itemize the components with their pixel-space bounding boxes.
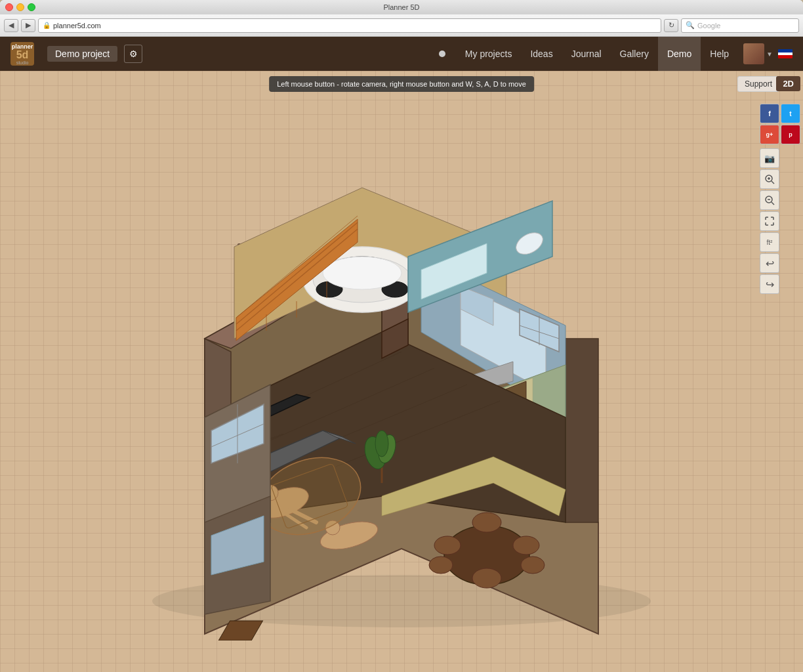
language-flag[interactable] bbox=[778, 49, 793, 58]
svg-point-42 bbox=[434, 536, 461, 555]
svg-point-44 bbox=[472, 513, 501, 532]
minimize-btn[interactable] bbox=[16, 3, 24, 11]
app-container: planner 5d studio Demo project ⚙ My proj… bbox=[0, 37, 803, 672]
browser-controls bbox=[5, 3, 35, 11]
svg-point-64 bbox=[375, 430, 388, 457]
svg-point-47 bbox=[521, 556, 545, 574]
logo-studio-text: studio bbox=[16, 60, 29, 65]
logo-area: planner 5d studio bbox=[10, 42, 34, 66]
logo-box: planner 5d studio bbox=[10, 42, 34, 66]
logo-5d-text: 5d bbox=[16, 50, 29, 60]
svg-point-45 bbox=[472, 568, 501, 588]
project-name[interactable]: Demo project bbox=[47, 46, 117, 62]
floorplan-container bbox=[33, 123, 770, 659]
close-btn[interactable] bbox=[5, 3, 13, 11]
svg-line-5 bbox=[772, 202, 774, 205]
nav-gallery[interactable]: Gallery bbox=[611, 37, 658, 71]
floorplan-svg bbox=[139, 142, 664, 640]
lock-icon: 🔒 bbox=[43, 22, 51, 29]
refresh-btn[interactable]: ↻ bbox=[664, 19, 678, 32]
maximize-btn[interactable] bbox=[28, 3, 35, 11]
nav-help[interactable]: Help bbox=[701, 37, 738, 71]
browser-frame: Planner 5D ◀ ▶ 🔒 planner5d.com ↻ 🔍 Googl… bbox=[0, 0, 803, 672]
nav-journal[interactable]: Journal bbox=[562, 37, 611, 71]
svg-point-43 bbox=[513, 536, 539, 555]
avatar-image bbox=[743, 43, 764, 64]
back-btn[interactable]: ◀ bbox=[4, 19, 18, 32]
nav-demo[interactable]: Demo bbox=[658, 37, 701, 71]
nav-ideas[interactable]: Ideas bbox=[521, 37, 562, 71]
nav-dot bbox=[439, 51, 445, 57]
settings-button[interactable]: ⚙ bbox=[124, 45, 142, 63]
avatar-chevron: ▼ bbox=[766, 51, 773, 58]
user-avatar-area[interactable]: ▼ bbox=[743, 43, 773, 64]
pinterest-button[interactable]: p bbox=[781, 125, 800, 144]
url-text: planner5d.com bbox=[53, 22, 101, 30]
project-name-area: Demo project ⚙ bbox=[47, 45, 142, 63]
svg-point-46 bbox=[429, 556, 453, 574]
search-icon: 🔍 bbox=[686, 21, 695, 30]
app-navbar: planner 5d studio Demo project ⚙ My proj… bbox=[0, 37, 803, 71]
logo-planner-text: planner bbox=[12, 43, 33, 50]
twitter-button[interactable]: t bbox=[781, 104, 800, 123]
facebook-button[interactable]: f bbox=[760, 104, 779, 123]
svg-line-1 bbox=[772, 181, 774, 184]
search-placeholder: Google bbox=[697, 22, 720, 30]
svg-marker-12 bbox=[566, 339, 598, 522]
nav-links: My projects Ideas Journal Gallery Demo H… bbox=[439, 37, 793, 71]
social-buttons: f t bbox=[760, 104, 800, 123]
nav-my-projects[interactable]: My projects bbox=[456, 37, 522, 71]
search-bar[interactable]: 🔍 Google bbox=[681, 18, 799, 33]
main-content: Left mouse button - rotate camera, right… bbox=[0, 71, 803, 672]
forward-btn[interactable]: ▶ bbox=[21, 19, 35, 32]
support-button[interactable]: Support bbox=[737, 76, 779, 92]
browser-title: Planner 5D bbox=[383, 3, 419, 11]
address-bar[interactable]: 🔒 planner5d.com bbox=[38, 18, 661, 33]
browser-titlebar: Planner 5D bbox=[0, 0, 803, 14]
view-2d-button[interactable]: 2D bbox=[776, 76, 800, 91]
user-avatar bbox=[743, 43, 764, 64]
svg-point-22 bbox=[323, 257, 402, 289]
browser-toolbar: ◀ ▶ 🔒 planner5d.com ↻ 🔍 Google bbox=[0, 14, 803, 37]
